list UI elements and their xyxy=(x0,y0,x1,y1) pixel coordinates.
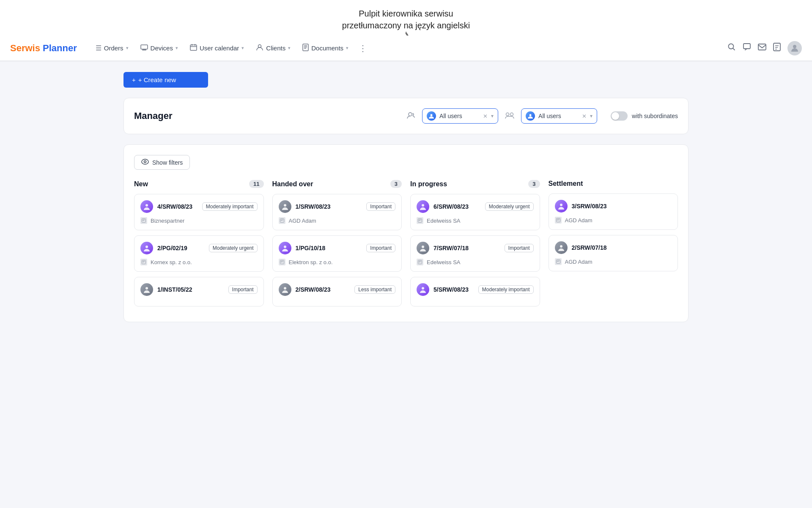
table-row[interactable]: 7/SRW/07/18Important Edelweiss SA xyxy=(410,235,540,272)
more-button[interactable]: ⋮ xyxy=(355,40,370,57)
column-title-handed-over: Handed over xyxy=(272,180,313,188)
client-icon xyxy=(417,259,423,265)
nav-item-clients[interactable]: Clients ▾ xyxy=(251,41,296,56)
group-filter-icon xyxy=(505,111,514,121)
priority-badge: Important xyxy=(228,285,258,294)
table-row[interactable]: 1/SRW/08/23Important AGD Adam xyxy=(272,194,402,230)
kanban-item-id: 4/SRW/08/23 xyxy=(157,203,198,210)
svg-point-27 xyxy=(284,287,286,290)
manager-header: Manager All users ✕ ▾ All users xyxy=(134,108,678,124)
priority-badge: Less important xyxy=(354,285,395,294)
orders-chevron-icon: ▾ xyxy=(126,45,129,51)
svg-point-20 xyxy=(145,246,148,248)
kanban-item-header: 2/SRW/08/23Less important xyxy=(279,283,396,296)
avatar xyxy=(279,200,291,213)
tasks-icon[interactable] xyxy=(773,43,781,53)
documents-icon xyxy=(302,44,309,53)
kanban-item-id: 2/SRW/08/23 xyxy=(296,286,351,293)
table-row[interactable]: 2/SRW/08/23Less important xyxy=(272,277,402,306)
subordinates-switch-knob xyxy=(612,112,619,120)
user-filter-1-chevron[interactable]: ▾ xyxy=(491,113,494,119)
kanban-item-id: 1/PG/10/18 xyxy=(296,245,362,251)
user-avatar[interactable] xyxy=(787,41,802,55)
nav-item-user-calendar[interactable]: User calendar ▾ xyxy=(185,40,249,56)
column-title-in-progress: In progress xyxy=(410,180,447,188)
priority-badge: Important xyxy=(505,244,534,252)
show-filters-button[interactable]: Show filters xyxy=(134,155,190,170)
svg-rect-5 xyxy=(303,44,308,51)
kanban-item-id: 1/INST/05/22 xyxy=(157,286,224,293)
kanban-item-id: 3/SRW/08/23 xyxy=(572,203,672,210)
user-filter-2[interactable]: All users ✕ ▾ xyxy=(521,108,597,124)
table-row[interactable]: 2/PG/02/19Moderately urgent Kornex sp. z… xyxy=(134,235,264,272)
kanban-board: New114/SRW/08/23Moderately important Biz… xyxy=(134,180,678,312)
svg-point-23 xyxy=(284,204,286,207)
user-filter-2-clear[interactable]: ✕ xyxy=(582,113,587,119)
svg-point-14 xyxy=(510,113,513,116)
user-filter-2-chevron[interactable]: ▾ xyxy=(590,113,593,119)
svg-rect-7 xyxy=(743,44,750,49)
calendar-chevron-icon: ▾ xyxy=(241,45,244,51)
clients-icon xyxy=(256,44,263,52)
table-row[interactable]: 2/SRW/07/18 AGD Adam xyxy=(549,235,678,271)
kanban-item-client: AGD Adam xyxy=(279,217,396,224)
clients-chevron-icon: ▾ xyxy=(288,45,291,51)
svg-point-35 xyxy=(560,245,562,248)
with-subordinates-toggle[interactable]: with subordinates xyxy=(611,111,678,121)
table-row[interactable]: 3/SRW/08/23 AGD Adam xyxy=(549,193,678,230)
table-row[interactable]: 5/SRW/08/23Moderately important xyxy=(410,277,540,306)
nav-item-clients-label: Clients xyxy=(266,44,285,52)
manager-card: Manager All users ✕ ▾ All users xyxy=(123,98,689,134)
avatar xyxy=(279,283,291,296)
create-new-label: + Create new xyxy=(138,76,176,83)
svg-point-13 xyxy=(506,113,509,116)
svg-point-11 xyxy=(409,113,412,116)
column-title-new: New xyxy=(134,180,148,188)
annotation-banner: Pulpit kierownika serwisu przetłumaczony… xyxy=(0,0,812,36)
user-filter-1[interactable]: All users ✕ ▾ xyxy=(422,108,498,124)
create-new-button[interactable]: + + Create new xyxy=(123,72,208,88)
search-icon[interactable] xyxy=(727,43,736,53)
chat-icon[interactable] xyxy=(743,43,751,53)
main-content: + + Create new Manager All users ✕ ▾ xyxy=(110,62,702,332)
kanban-column-handed-over: Handed over31/SRW/08/23Important AGD Ada… xyxy=(272,180,402,312)
svg-rect-8 xyxy=(758,44,766,50)
kanban-item-id: 6/SRW/08/23 xyxy=(433,203,481,210)
user-filter-1-clear[interactable]: ✕ xyxy=(483,113,488,119)
eye-icon xyxy=(141,159,149,166)
nav-item-orders[interactable]: ☰ Orders ▾ xyxy=(91,41,134,55)
svg-point-33 xyxy=(560,204,562,206)
avatar xyxy=(140,283,153,296)
kanban-column-settlement: Settlement3/SRW/08/23 AGD Adam 2/SRW/07/… xyxy=(549,180,678,312)
table-row[interactable]: 1/PG/10/18Important Elektron sp. z o.o. xyxy=(272,235,402,272)
client-icon xyxy=(417,217,423,224)
table-row[interactable]: 6/SRW/08/23Moderately urgent Edelweiss S… xyxy=(410,194,540,230)
subordinates-switch[interactable] xyxy=(611,111,628,121)
table-row[interactable]: 1/INST/05/22Important xyxy=(134,277,264,306)
kanban-item-client: Kornex sp. z o.o. xyxy=(140,259,258,265)
kanban-item-header: 3/SRW/08/23 xyxy=(555,200,672,213)
client-name: AGD Adam xyxy=(565,259,593,265)
manager-title: Manager xyxy=(134,110,400,121)
kanban-item-header: 1/PG/10/18Important xyxy=(279,242,396,254)
kanban-item-client: Elektron sp. z o.o. xyxy=(279,259,396,265)
column-header-new: New11 xyxy=(134,180,264,188)
column-count-handed-over: 3 xyxy=(390,180,402,188)
svg-point-18 xyxy=(145,204,148,207)
brand[interactable]: Serwis Planner xyxy=(10,43,77,54)
avatar xyxy=(417,200,429,213)
nav-item-documents[interactable]: Documents ▾ xyxy=(297,40,354,56)
kanban-item-header: 6/SRW/08/23Moderately urgent xyxy=(417,200,534,213)
mail-icon[interactable] xyxy=(758,43,766,53)
kanban-item-id: 7/SRW/07/18 xyxy=(433,245,500,251)
user-filter-icon xyxy=(407,111,415,121)
nav-item-devices[interactable]: Devices ▾ xyxy=(135,41,183,56)
client-name: AGD Adam xyxy=(565,217,593,224)
column-header-settlement: Settlement xyxy=(549,180,678,188)
table-row[interactable]: 4/SRW/08/23Moderately important Biznespa… xyxy=(134,194,264,230)
kanban-item-client: AGD Adam xyxy=(555,217,672,224)
kanban-item-client: AGD Adam xyxy=(555,258,672,265)
annotation-line1: Pulpit kierownika serwisu xyxy=(0,8,812,19)
svg-point-22 xyxy=(145,287,148,290)
avatar xyxy=(555,200,568,213)
